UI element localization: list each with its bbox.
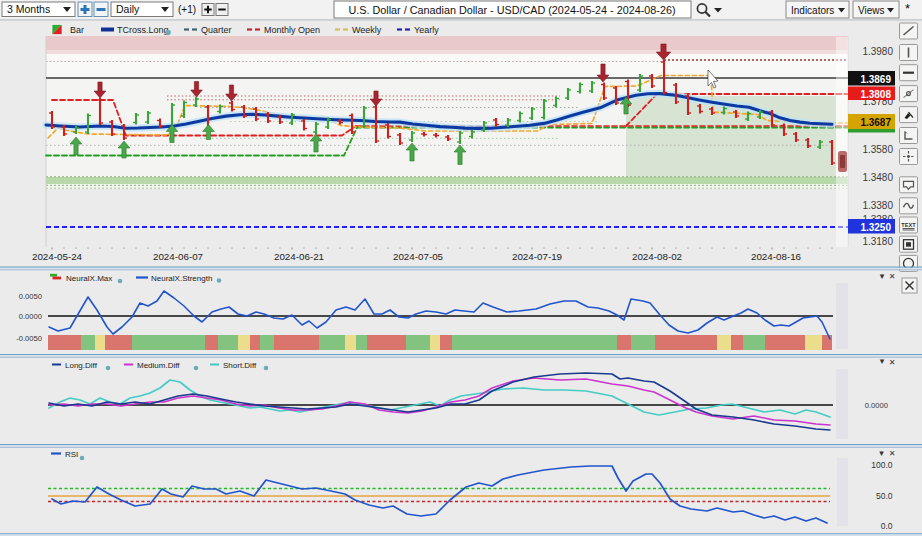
svg-text:2024-05-24: 2024-05-24 xyxy=(32,251,83,262)
svg-text:0.0000: 0.0000 xyxy=(865,401,888,410)
svg-text:✕: ✕ xyxy=(889,358,896,367)
svg-text:Medium.Diff: Medium.Diff xyxy=(137,361,180,370)
svg-text:Views: Views xyxy=(858,5,885,16)
svg-text:Daily: Daily xyxy=(116,3,140,15)
svg-text:Monthly Open: Monthly Open xyxy=(264,25,320,35)
svg-text:1.3580: 1.3580 xyxy=(862,144,893,155)
svg-text:1.3687: 1.3687 xyxy=(860,117,891,128)
svg-text:▾: ▾ xyxy=(880,356,885,366)
svg-text:1.3480: 1.3480 xyxy=(862,172,893,183)
svg-text:Weekly: Weekly xyxy=(352,25,382,35)
svg-text:✕: ✕ xyxy=(889,272,896,281)
svg-text:Long.Diff: Long.Diff xyxy=(65,361,98,370)
svg-text:2024-08-02: 2024-08-02 xyxy=(632,251,682,262)
svg-text:1.3980: 1.3980 xyxy=(862,46,893,57)
svg-text:Quarter: Quarter xyxy=(201,25,232,35)
svg-text:Yearly: Yearly xyxy=(414,25,439,35)
svg-text:RSI: RSI xyxy=(65,450,78,459)
svg-text:1.3250: 1.3250 xyxy=(860,222,891,233)
svg-text:Short.Diff: Short.Diff xyxy=(223,361,257,370)
svg-text:-0.0050: -0.0050 xyxy=(16,334,42,343)
svg-text:TCross.Long: TCross.Long xyxy=(117,25,169,35)
svg-text:2024-06-21: 2024-06-21 xyxy=(274,251,324,262)
svg-text:Indicators: Indicators xyxy=(791,5,834,16)
svg-text:(+1): (+1) xyxy=(178,4,196,15)
svg-text:1.3380: 1.3380 xyxy=(862,200,893,211)
svg-text:NeuralX.Strength: NeuralX.Strength xyxy=(151,274,212,283)
svg-text:1.3869: 1.3869 xyxy=(860,74,891,85)
svg-text:U.S. Dollar / Canadian Dollar: U.S. Dollar / Canadian Dollar - USD/CAD … xyxy=(348,4,675,16)
svg-text:▾: ▾ xyxy=(880,271,885,281)
svg-text:1.3180: 1.3180 xyxy=(862,236,893,247)
svg-text:1.3808: 1.3808 xyxy=(860,89,891,100)
svg-text:▾: ▾ xyxy=(879,448,884,458)
svg-text:0.0000: 0.0000 xyxy=(19,312,42,321)
svg-text:Bar: Bar xyxy=(70,25,84,35)
svg-text:*: * xyxy=(905,1,910,16)
svg-text:TEXT: TEXT xyxy=(901,222,916,228)
svg-text:50.0: 50.0 xyxy=(876,491,893,501)
svg-text:2024-07-19: 2024-07-19 xyxy=(512,251,562,262)
svg-text:3 Months: 3 Months xyxy=(7,3,50,15)
svg-text:2024-06-07: 2024-06-07 xyxy=(153,251,203,262)
svg-text:2024-08-16: 2024-08-16 xyxy=(751,251,802,262)
svg-text:100.0: 100.0 xyxy=(871,460,893,470)
svg-text:✕: ✕ xyxy=(889,449,896,458)
svg-text:NeuralX.Max: NeuralX.Max xyxy=(66,274,112,283)
svg-text:0.0: 0.0 xyxy=(881,521,893,531)
svg-text:0.0050: 0.0050 xyxy=(19,292,42,301)
svg-text:2024-07-05: 2024-07-05 xyxy=(393,251,444,262)
